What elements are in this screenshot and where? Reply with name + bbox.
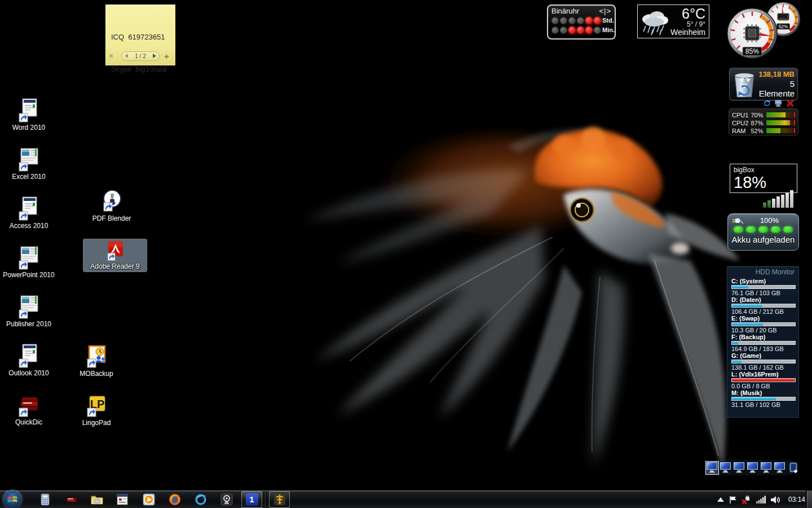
taskbar-app-window-icon[interactable] [116, 493, 129, 506]
recycle-refresh-icon[interactable] [763, 99, 771, 107]
desktop-icon-excel[interactable]: Excel 2010 [3, 146, 55, 182]
icon-label: Excel 2010 [3, 173, 55, 181]
taskbar: 1 [0, 490, 812, 508]
quickdic-icon [16, 393, 41, 418]
volume-icon[interactable] [771, 496, 781, 504]
sticky-note[interactable]: ICQ 619723651 Skype big10rala × 1 / 2 + [105, 5, 175, 65]
desktop-icon-lingopad[interactable]: LP LingoPad [70, 392, 122, 428]
minutes-led-row [551, 27, 602, 34]
system-tray: 03:14 [717, 491, 805, 508]
recycle-bin-icon[interactable] [731, 70, 757, 99]
desktop-icon-mobackup[interactable]: MOBackup [70, 343, 122, 379]
binary-clock-controls[interactable]: <|> [599, 7, 611, 15]
drive-usage-bar [731, 397, 796, 401]
taskbar-explorer-icon[interactable] [90, 493, 104, 506]
recycle-empty-icon[interactable] [786, 99, 795, 107]
bigbox-signal-bars [763, 190, 793, 208]
drive-usage-bar [731, 285, 796, 289]
show-desktop-button[interactable] [806, 491, 812, 508]
drive-row: L: (Vdlx16Prem) 0.0 GB / 8 GB [731, 371, 795, 389]
publisher-app-icon [16, 295, 41, 319]
desktop-icon-access[interactable]: Access 2010 [3, 195, 55, 231]
drive-usage-bar [731, 322, 796, 326]
running-app-1-button[interactable]: 1 [241, 491, 262, 508]
note-close-icon[interactable]: × [109, 52, 117, 60]
virtual-desktop-1[interactable] [706, 462, 718, 474]
taskbar-firefox-icon[interactable] [168, 493, 182, 506]
signal-bar [790, 190, 793, 208]
battery-gadget[interactable]: 100% Akku aufgeladen [727, 213, 799, 251]
network-signal-icon[interactable] [756, 496, 766, 503]
access-doc-icon [16, 196, 41, 221]
signal-bar [763, 203, 766, 208]
recycle-count: 5 Elemente [757, 79, 795, 98]
led-on [594, 17, 601, 24]
recycle-open-icon[interactable] [774, 99, 783, 107]
virtual-desktop-5[interactable] [760, 462, 773, 474]
taskbar-internet-explorer-icon[interactable] [194, 493, 208, 506]
virtual-desktop-2[interactable] [720, 462, 732, 474]
battery-segment [783, 226, 793, 233]
add-desktop-button[interactable] [788, 462, 800, 474]
taskbar-webcam-icon[interactable] [220, 493, 233, 506]
word-doc-icon [16, 98, 41, 123]
system-meter-gadget[interactable]: CPU1 70% CPU2 87% RAM 52% [729, 108, 798, 135]
start-button[interactable] [3, 490, 22, 508]
weather-gadget[interactable]: 6°C 5° / 9° Weinheim [637, 5, 709, 38]
virtual-desktop-6[interactable] [774, 462, 786, 474]
signal-bar [767, 200, 771, 208]
virtual-desktop-list [705, 462, 787, 474]
desktop-icon-powerpoint[interactable]: PowerPoint 2010 [3, 244, 55, 280]
taskbar-divider [265, 492, 266, 507]
icon-label: Adobe Reader 9 [83, 263, 147, 270]
signal-bar [781, 195, 784, 208]
meter-value: 52% [751, 128, 766, 134]
led-on [585, 27, 593, 34]
battery-segment [758, 226, 768, 233]
virtual-desktop-3[interactable] [733, 462, 745, 474]
led-on [577, 27, 584, 34]
bigbox-gadget[interactable]: bigBox 18% [730, 164, 797, 193]
drive-row: M: (Musik) 31.1 GB / 102 GB [731, 389, 795, 408]
desktop-icon-adobe-reader[interactable]: Adobe Reader 9 [83, 239, 147, 271]
desktop-icon-word[interactable]: Word 2010 [3, 97, 55, 133]
desktop-icon-quickdic[interactable]: QuickDic [3, 392, 55, 427]
hours-led-row [551, 17, 602, 24]
note-prev-icon[interactable] [125, 54, 128, 58]
meter-label: RAM [732, 128, 751, 134]
hdd-monitor-title: HDD Monitor [731, 268, 795, 278]
note-add-icon[interactable]: + [164, 51, 169, 61]
power-plug-icon [731, 217, 744, 225]
text-caret [166, 65, 166, 73]
taskbar-quickdic-icon[interactable] [65, 493, 78, 506]
taskbar-calculator-icon[interactable] [38, 493, 52, 506]
drive-usage-bar [731, 378, 796, 382]
adobe-reader-icon [104, 240, 126, 262]
virtual-desktop-4[interactable] [747, 462, 759, 474]
taskbar-media-player-icon[interactable] [142, 493, 156, 506]
power-status-icon[interactable] [742, 496, 751, 504]
running-app-2-button[interactable] [269, 491, 290, 508]
tray-expand-icon[interactable] [717, 497, 724, 502]
led-on [568, 27, 576, 34]
taskbar-clock[interactable]: 03:14 [788, 496, 805, 503]
binary-clock-gadget[interactable]: Binäruhr <|> Std. Min. [547, 5, 616, 40]
desktop-icon-publisher[interactable]: Publisher 2010 [3, 294, 55, 329]
icon-label: MOBackup [70, 370, 122, 378]
led-off [560, 17, 567, 24]
battery-segment [734, 226, 743, 233]
hdd-monitor-gadget[interactable]: HDD Monitor C: (System) 76.1 GB / 103 GB… [727, 266, 799, 418]
cpu-ram-gauge-gadget[interactable]: 52% [725, 1, 804, 61]
icon-label: LingoPad [70, 419, 122, 427]
icon-label: PowerPoint 2010 [3, 271, 55, 279]
battery-segment [771, 226, 780, 233]
pdf-blender-icon [99, 189, 124, 214]
desktop-icon-outlook[interactable]: Outlook 2010 [3, 343, 55, 378]
recycle-bin-gadget[interactable]: 138,18 MB 5 Elemente [729, 68, 798, 100]
desktop-icon-pdf-blender[interactable]: PDF Blender [86, 188, 138, 224]
note-next-icon[interactable] [153, 54, 156, 58]
led-on [585, 17, 593, 24]
action-center-flag-icon[interactable] [729, 496, 737, 504]
cpu-percent: 85% [745, 47, 760, 55]
battery-status: Akku aufgeladen [731, 235, 795, 244]
